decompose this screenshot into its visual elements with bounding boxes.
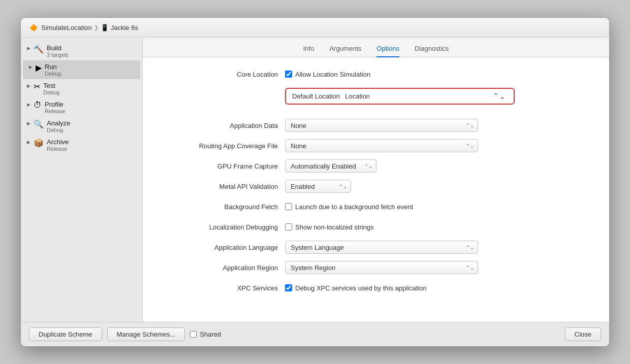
- allow-location-simulation-label[interactable]: Allow Location Simulation: [285, 71, 370, 78]
- sidebar-item-run[interactable]: ▶ ▶ Run Debug: [23, 60, 140, 79]
- core-location-row: Core Location Allow Location Simulation: [163, 68, 589, 81]
- application-language-row: Application Language System Language ⌃⌄: [163, 241, 589, 254]
- application-data-select[interactable]: None: [285, 119, 478, 132]
- localization-debugging-checkbox[interactable]: [285, 223, 292, 230]
- sidebar-text-build: Build 3 targets: [47, 44, 69, 58]
- breadcrumb-chevron: ❯: [94, 24, 99, 31]
- form-area: Core Location Allow Location Simulation …: [143, 57, 609, 322]
- breadcrumb: SimulateLocation ❯ 📱 Jackie 6s: [41, 24, 138, 31]
- sidebar-item-archive[interactable]: ▶ 📦 Archive Release: [21, 136, 142, 154]
- default-location-label: Default Location: [292, 92, 340, 100]
- project-name: SimulateLocation: [41, 24, 92, 31]
- sidebar-text-archive: Archive Release: [47, 138, 69, 152]
- sidebar-text-test: Test Debug: [43, 82, 59, 95]
- sidebar-arrow-run: ▶: [29, 64, 33, 70]
- gpu-frame-capture-select[interactable]: Automatically Enabled Metal OpenGL Disab…: [285, 159, 376, 173]
- sidebar-item-profile[interactable]: ▶ ⏱ Profile Release: [21, 98, 142, 117]
- application-language-select[interactable]: System Language: [285, 241, 478, 254]
- xpc-services-checkbox-label[interactable]: Debug XPC services used by this applicat…: [285, 284, 427, 292]
- sidebar-arrow-analyze: ▶: [27, 121, 30, 126]
- metal-api-validation-select-wrapper: Enabled Disabled ⌃⌄: [285, 180, 351, 193]
- background-fetch-checkbox-label[interactable]: Launch due to a background fetch event: [285, 203, 413, 211]
- routing-coverage-select-wrapper: None ⌃⌄: [285, 139, 478, 152]
- gpu-frame-capture-row: GPU Frame Capture Automatically Enabled …: [163, 159, 589, 173]
- content-area: Info Arguments Options Diagnostics Core …: [143, 38, 609, 322]
- default-location-highlight: Default Location Location None Custom Lo…: [285, 88, 515, 105]
- background-fetch-control: Launch due to a background fetch event: [285, 203, 413, 211]
- background-fetch-label: Background Fetch: [163, 203, 285, 211]
- sidebar-item-test[interactable]: ▶ ✂ Test Debug: [21, 79, 142, 98]
- routing-coverage-label: Routing App Coverage File: [163, 142, 285, 150]
- xpc-services-control: Debug XPC services used by this applicat…: [285, 284, 427, 292]
- routing-coverage-row: Routing App Coverage File None ⌃⌄: [163, 139, 589, 152]
- routing-coverage-control: None ⌃⌄: [285, 139, 478, 152]
- test-icon: ✂: [34, 82, 40, 91]
- sidebar-arrow-profile: ▶: [27, 102, 30, 107]
- default-location-row-wrapper: Default Location Location None Custom Lo…: [285, 88, 589, 112]
- sidebar-text-analyze: Analyze Debug: [47, 119, 70, 133]
- metal-api-validation-select[interactable]: Enabled Disabled: [285, 180, 351, 193]
- application-region-select[interactable]: System Region: [285, 261, 478, 274]
- allow-location-simulation-checkbox[interactable]: [285, 71, 292, 78]
- tab-diagnostics[interactable]: Diagnostics: [415, 43, 449, 57]
- gpu-frame-capture-control: Automatically Enabled Metal OpenGL Disab…: [285, 159, 376, 173]
- device-name: Jackie 6s: [111, 24, 138, 31]
- default-location-select[interactable]: Location None Custom Location...: [345, 91, 508, 101]
- default-location-select-wrapper: Location None Custom Location... ⌃⌄: [345, 91, 508, 101]
- main-window: 🔶 SimulateLocation ❯ 📱 Jackie 6s ▶ 🔨 Bui…: [20, 17, 610, 347]
- application-region-row: Application Region System Region ⌃⌄: [163, 261, 589, 274]
- localization-debugging-row: Localization Debugging Show non-localize…: [163, 220, 589, 234]
- build-icon: 🔨: [34, 44, 44, 54]
- shared-label: Shared: [200, 330, 221, 338]
- archive-icon: 📦: [34, 138, 44, 148]
- duplicate-scheme-button[interactable]: Duplicate Scheme: [29, 327, 102, 341]
- sidebar: ▶ 🔨 Build 3 targets ▶ ▶ Run Debug ▶ ✂: [21, 38, 143, 322]
- title-bar: 🔶 SimulateLocation ❯ 📱 Jackie 6s: [21, 18, 609, 38]
- localization-debugging-checkbox-label[interactable]: Show non-localized strings: [285, 223, 374, 231]
- shared-checkbox-label[interactable]: Shared: [190, 330, 221, 338]
- gpu-frame-capture-label: GPU Frame Capture: [163, 162, 285, 170]
- manage-schemes-button[interactable]: Manage Schemes...: [107, 327, 185, 341]
- sidebar-text-profile: Profile Release: [45, 101, 65, 114]
- localization-debugging-label: Localization Debugging: [163, 223, 285, 231]
- application-data-control: None ⌃⌄: [285, 119, 478, 132]
- localization-debugging-control: Show non-localized strings: [285, 223, 374, 231]
- metal-api-validation-label: Metal API Validation: [163, 183, 285, 190]
- core-location-control: Allow Location Simulation: [285, 71, 370, 78]
- sidebar-item-build[interactable]: ▶ 🔨 Build 3 targets: [21, 42, 142, 60]
- app-icon: 🔶: [29, 23, 38, 32]
- bottom-bar: Duplicate Scheme Manage Schemes... Share…: [21, 322, 609, 346]
- sidebar-item-analyze[interactable]: ▶ 🔍 Analyze Debug: [21, 117, 142, 136]
- application-language-select-wrapper: System Language ⌃⌄: [285, 241, 478, 254]
- tab-arguments[interactable]: Arguments: [329, 43, 361, 57]
- application-region-select-wrapper: System Region ⌃⌄: [285, 261, 478, 274]
- main-content: ▶ 🔨 Build 3 targets ▶ ▶ Run Debug ▶ ✂: [21, 38, 609, 322]
- sidebar-arrow-archive: ▶: [27, 140, 30, 145]
- application-data-row: Application Data None ⌃⌄: [163, 119, 589, 132]
- device-icon: 📱: [101, 24, 109, 31]
- application-data-select-wrapper: None ⌃⌄: [285, 119, 478, 132]
- close-button[interactable]: Close: [565, 327, 601, 341]
- metal-api-validation-row: Metal API Validation Enabled Disabled ⌃⌄: [163, 180, 589, 193]
- sidebar-text-run: Run Debug: [45, 63, 61, 77]
- run-icon: ▶: [36, 63, 42, 73]
- gpu-frame-capture-select-wrapper: Automatically Enabled Metal OpenGL Disab…: [285, 159, 376, 173]
- background-fetch-row: Background Fetch Launch due to a backgro…: [163, 200, 589, 213]
- analyze-icon: 🔍: [34, 119, 44, 129]
- shared-checkbox[interactable]: [190, 331, 197, 338]
- application-language-label: Application Language: [163, 244, 285, 251]
- xpc-services-label: XPC Services: [163, 284, 285, 292]
- application-region-control: System Region ⌃⌄: [285, 261, 478, 274]
- tab-bar: Info Arguments Options Diagnostics: [143, 38, 609, 57]
- xpc-services-checkbox[interactable]: [285, 284, 292, 291]
- sidebar-arrow-build: ▶: [27, 46, 30, 51]
- sidebar-arrow-test: ▶: [27, 83, 30, 88]
- tab-info[interactable]: Info: [303, 43, 314, 57]
- background-fetch-checkbox[interactable]: [285, 203, 292, 210]
- core-location-label: Core Location: [163, 71, 285, 78]
- routing-coverage-select[interactable]: None: [285, 139, 478, 152]
- metal-api-validation-control: Enabled Disabled ⌃⌄: [285, 180, 351, 193]
- xpc-services-row: XPC Services Debug XPC services used by …: [163, 281, 589, 294]
- profile-icon: ⏱: [34, 101, 42, 110]
- tab-options[interactable]: Options: [376, 43, 399, 57]
